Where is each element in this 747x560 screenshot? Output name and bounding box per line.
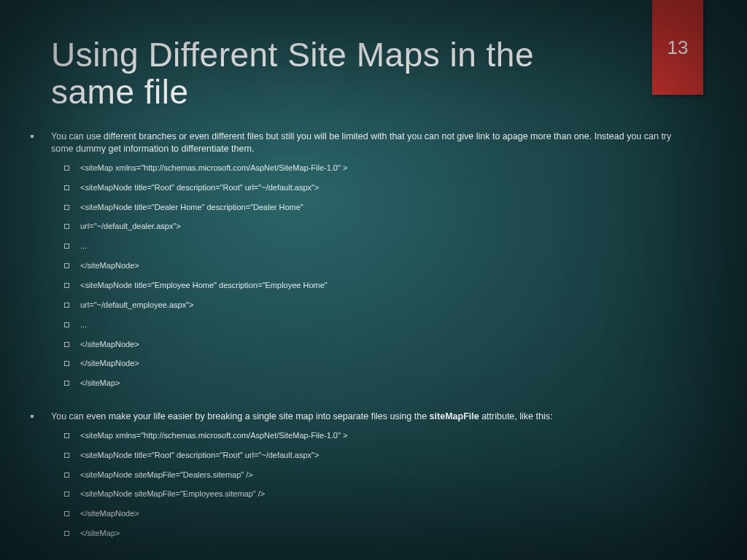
slide-title: Using Different Site Maps in the same fi… (51, 36, 605, 110)
bullet-text-bold: siteMapFile (430, 411, 479, 421)
sub-bullet-list: <siteMap xmlns="http://schemas.microsoft… (80, 430, 696, 539)
code-line: </siteMap> (80, 528, 696, 539)
code-line: url="~/default_dealer.aspx"> (80, 221, 696, 232)
code-line: <siteMapNode title="Root" description="R… (80, 450, 696, 461)
code-line: ... (80, 241, 696, 252)
code-line: <siteMapNode siteMapFile="Employees.site… (80, 489, 696, 499)
page-number: 13 (667, 36, 689, 59)
bullet-item: You can even make your life easier by br… (51, 411, 696, 539)
code-line: <siteMapNode title="Dealer Home" descrip… (80, 202, 696, 213)
code-line: <siteMapNode siteMapFile="Dealers.sitema… (80, 470, 696, 481)
code-line: url="~/default_employee.aspx"> (80, 300, 696, 311)
bullet-text-part: You can even make your life easier by br… (51, 411, 430, 421)
bullet-text: You can use different branches or even d… (51, 131, 671, 154)
code-line: <siteMapNode title="Root" description="R… (80, 182, 696, 193)
slide: 13 Using Different Site Maps in the same… (0, 0, 747, 560)
code-line: </siteMapNode> (80, 508, 696, 519)
bullet-text-part: attribute, like this: (479, 411, 553, 421)
code-line: ... (80, 319, 696, 330)
bullet-item: You can use different branches or even d… (51, 131, 696, 389)
code-line: <siteMap xmlns="http://schemas.microsoft… (80, 430, 696, 441)
code-line: </siteMapNode> (80, 260, 696, 271)
code-line: <siteMap xmlns="http://schemas.microsoft… (80, 163, 696, 174)
code-line: <siteMapNode title="Employee Home" descr… (80, 280, 696, 291)
code-line: </siteMapNode> (80, 358, 696, 369)
sub-bullet-list: <siteMap xmlns="http://schemas.microsoft… (80, 163, 696, 389)
code-line: </siteMapNode> (80, 339, 696, 350)
bullet-list: You can use different branches or even d… (51, 131, 696, 539)
page-number-badge: 13 (652, 0, 703, 95)
code-line: </siteMap> (80, 378, 696, 389)
